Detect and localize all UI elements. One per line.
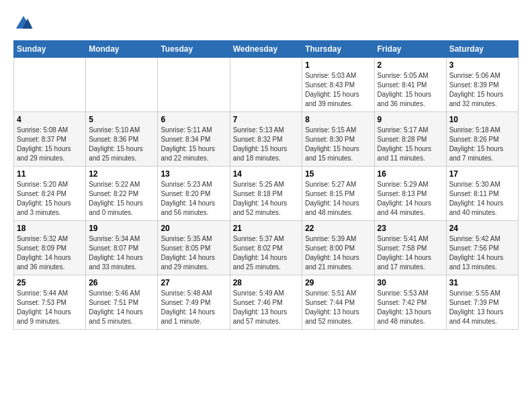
day-info: Sunrise: 5:30 AMSunset: 8:11 PMDaylight:… (449, 180, 515, 218)
day-number: 23 (378, 224, 443, 233)
calendar-cell: 1Sunrise: 5:03 AMSunset: 8:43 PMDaylight… (302, 58, 374, 112)
calendar-cell: 28Sunrise: 5:49 AMSunset: 7:46 PMDayligh… (230, 275, 302, 330)
day-number: 30 (378, 278, 443, 287)
calendar-cell (230, 58, 302, 112)
day-number: 4 (17, 115, 83, 124)
calendar-cell: 21Sunrise: 5:37 AMSunset: 8:02 PMDayligh… (230, 221, 302, 275)
column-header-thursday: Thursday (302, 41, 374, 58)
day-number: 24 (449, 224, 515, 233)
calendar-cell: 30Sunrise: 5:53 AMSunset: 7:42 PMDayligh… (374, 275, 446, 330)
calendar-cell: 24Sunrise: 5:42 AMSunset: 7:56 PMDayligh… (446, 221, 518, 275)
calendar-week-row: 25Sunrise: 5:44 AMSunset: 7:53 PMDayligh… (14, 275, 519, 330)
calendar-cell: 18Sunrise: 5:32 AMSunset: 8:09 PMDayligh… (14, 221, 86, 275)
calendar-cell: 29Sunrise: 5:51 AMSunset: 7:44 PMDayligh… (302, 275, 374, 330)
day-number: 18 (17, 224, 83, 233)
day-number: 12 (89, 169, 154, 179)
calendar-header-row: SundayMondayTuesdayWednesdayThursdayFrid… (14, 41, 519, 58)
column-header-monday: Monday (86, 41, 158, 58)
calendar-cell: 10Sunrise: 5:18 AMSunset: 8:26 PMDayligh… (446, 112, 518, 167)
day-number: 8 (305, 115, 371, 124)
calendar-cell: 23Sunrise: 5:41 AMSunset: 7:58 PMDayligh… (374, 221, 446, 275)
column-header-wednesday: Wednesday (230, 41, 302, 58)
day-info: Sunrise: 5:03 AMSunset: 8:43 PMDaylight:… (305, 71, 371, 109)
day-info: Sunrise: 5:42 AMSunset: 7:56 PMDaylight:… (449, 234, 515, 272)
day-info: Sunrise: 5:44 AMSunset: 7:53 PMDaylight:… (17, 289, 83, 326)
calendar-cell: 11Sunrise: 5:20 AMSunset: 8:24 PMDayligh… (14, 167, 86, 221)
calendar-cell: 3Sunrise: 5:06 AMSunset: 8:39 PMDaylight… (446, 58, 518, 112)
calendar-cell: 27Sunrise: 5:48 AMSunset: 7:49 PMDayligh… (158, 275, 230, 330)
day-info: Sunrise: 5:37 AMSunset: 8:02 PMDaylight:… (233, 234, 300, 272)
calendar-cell (158, 58, 230, 112)
day-info: Sunrise: 5:55 AMSunset: 7:39 PMDaylight:… (449, 289, 515, 326)
day-number: 17 (449, 169, 515, 179)
calendar-cell: 26Sunrise: 5:46 AMSunset: 7:51 PMDayligh… (86, 275, 158, 330)
day-number: 26 (89, 278, 154, 287)
calendar-cell: 16Sunrise: 5:29 AMSunset: 8:13 PMDayligh… (374, 167, 446, 221)
calendar-cell: 19Sunrise: 5:34 AMSunset: 8:07 PMDayligh… (86, 221, 158, 275)
day-number: 19 (89, 224, 154, 233)
calendar-table: SundayMondayTuesdayWednesdayThursdayFrid… (13, 40, 519, 330)
day-number: 29 (305, 278, 371, 287)
day-info: Sunrise: 5:23 AMSunset: 8:20 PMDaylight:… (161, 180, 226, 218)
day-info: Sunrise: 5:22 AMSunset: 8:22 PMDaylight:… (89, 180, 154, 218)
logo-icon (13, 13, 34, 34)
day-info: Sunrise: 5:06 AMSunset: 8:39 PMDaylight:… (449, 71, 515, 109)
day-info: Sunrise: 5:51 AMSunset: 7:44 PMDaylight:… (305, 289, 371, 326)
day-info: Sunrise: 5:20 AMSunset: 8:24 PMDaylight:… (17, 180, 83, 218)
logo (13, 13, 36, 34)
day-number: 31 (449, 278, 515, 287)
day-number: 7 (233, 115, 300, 124)
day-info: Sunrise: 5:48 AMSunset: 7:49 PMDaylight:… (161, 289, 226, 326)
day-number: 16 (378, 169, 443, 179)
day-info: Sunrise: 5:35 AMSunset: 8:05 PMDaylight:… (161, 234, 226, 272)
calendar-cell: 5Sunrise: 5:10 AMSunset: 8:36 PMDaylight… (86, 112, 158, 167)
day-number: 15 (305, 169, 371, 179)
day-number: 1 (305, 60, 371, 70)
calendar-cell: 20Sunrise: 5:35 AMSunset: 8:05 PMDayligh… (158, 221, 230, 275)
day-info: Sunrise: 5:11 AMSunset: 8:34 PMDaylight:… (161, 126, 226, 163)
day-number: 22 (305, 224, 371, 233)
calendar-cell: 17Sunrise: 5:30 AMSunset: 8:11 PMDayligh… (446, 167, 518, 221)
calendar-cell: 7Sunrise: 5:13 AMSunset: 8:32 PMDaylight… (230, 112, 302, 167)
day-number: 6 (161, 115, 226, 124)
day-number: 5 (89, 115, 154, 124)
calendar-cell: 14Sunrise: 5:25 AMSunset: 8:18 PMDayligh… (230, 167, 302, 221)
day-info: Sunrise: 5:27 AMSunset: 8:15 PMDaylight:… (305, 180, 371, 218)
day-info: Sunrise: 5:39 AMSunset: 8:00 PMDaylight:… (305, 234, 371, 272)
calendar-week-row: 11Sunrise: 5:20 AMSunset: 8:24 PMDayligh… (14, 167, 519, 221)
calendar-cell (86, 58, 158, 112)
day-info: Sunrise: 5:29 AMSunset: 8:13 PMDaylight:… (378, 180, 443, 218)
day-number: 20 (161, 224, 226, 233)
column-header-friday: Friday (374, 41, 446, 58)
day-info: Sunrise: 5:15 AMSunset: 8:30 PMDaylight:… (305, 126, 371, 163)
calendar-cell (14, 58, 86, 112)
calendar-cell: 13Sunrise: 5:23 AMSunset: 8:20 PMDayligh… (158, 167, 230, 221)
calendar-cell: 8Sunrise: 5:15 AMSunset: 8:30 PMDaylight… (302, 112, 374, 167)
column-header-tuesday: Tuesday (158, 41, 230, 58)
day-number: 27 (161, 278, 226, 287)
calendar-week-row: 1Sunrise: 5:03 AMSunset: 8:43 PMDaylight… (14, 58, 519, 112)
day-number: 2 (378, 60, 443, 70)
day-number: 14 (233, 169, 300, 179)
day-number: 21 (233, 224, 300, 233)
day-info: Sunrise: 5:18 AMSunset: 8:26 PMDaylight:… (449, 126, 515, 163)
day-info: Sunrise: 5:53 AMSunset: 7:42 PMDaylight:… (378, 289, 443, 326)
day-info: Sunrise: 5:05 AMSunset: 8:41 PMDaylight:… (378, 71, 443, 109)
column-header-saturday: Saturday (446, 41, 518, 58)
calendar-cell: 9Sunrise: 5:17 AMSunset: 8:28 PMDaylight… (374, 112, 446, 167)
calendar-cell: 15Sunrise: 5:27 AMSunset: 8:15 PMDayligh… (302, 167, 374, 221)
calendar-week-row: 4Sunrise: 5:08 AMSunset: 8:37 PMDaylight… (14, 112, 519, 167)
day-number: 9 (378, 115, 443, 124)
day-info: Sunrise: 5:32 AMSunset: 8:09 PMDaylight:… (17, 234, 83, 272)
day-number: 28 (233, 278, 300, 287)
day-info: Sunrise: 5:25 AMSunset: 8:18 PMDaylight:… (233, 180, 300, 218)
calendar-cell: 6Sunrise: 5:11 AMSunset: 8:34 PMDaylight… (158, 112, 230, 167)
calendar-cell: 4Sunrise: 5:08 AMSunset: 8:37 PMDaylight… (14, 112, 86, 167)
day-number: 13 (161, 169, 226, 179)
day-info: Sunrise: 5:13 AMSunset: 8:32 PMDaylight:… (233, 126, 300, 163)
day-number: 25 (17, 278, 83, 287)
day-info: Sunrise: 5:08 AMSunset: 8:37 PMDaylight:… (17, 126, 83, 163)
day-info: Sunrise: 5:46 AMSunset: 7:51 PMDaylight:… (89, 289, 154, 326)
calendar-cell: 2Sunrise: 5:05 AMSunset: 8:41 PMDaylight… (374, 58, 446, 112)
day-info: Sunrise: 5:49 AMSunset: 7:46 PMDaylight:… (233, 289, 300, 326)
